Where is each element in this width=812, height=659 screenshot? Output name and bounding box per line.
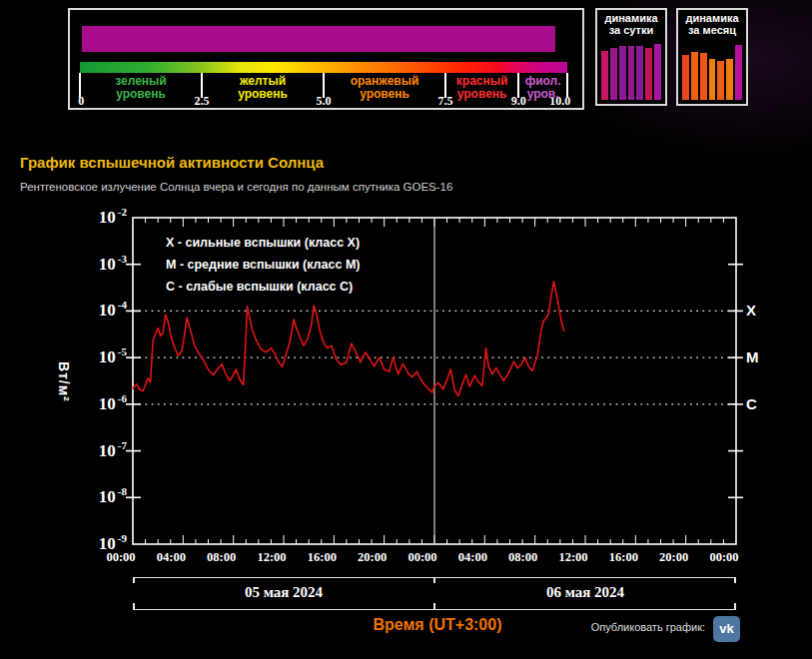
flare-class-label: X xyxy=(746,302,756,319)
legend-class-m: M - средние вспышки (класс M) xyxy=(166,258,360,272)
y-axis-tick-label: 10 -4 xyxy=(67,299,127,321)
y-axis-tick-label: 10 -5 xyxy=(67,345,127,367)
x-axis-tick-label: 04:00 xyxy=(144,550,198,565)
x-axis-tick-label: 04:00 xyxy=(445,550,499,565)
x-axis-tick-label: 20:00 xyxy=(346,550,400,565)
y-axis-tick-label: 10 -6 xyxy=(67,392,127,414)
y-axis-tick-label: 10 -3 xyxy=(67,253,127,275)
vk-share-button[interactable]: vk xyxy=(713,616,740,642)
publish-chart-label: Опубликовать график: xyxy=(559,621,705,633)
flare-class-label: C xyxy=(746,395,757,412)
date-label-day1: 05 мая 2024 xyxy=(133,584,434,601)
legend-class-x: X - сильные вспышки (класс X) xyxy=(166,236,360,250)
date-label-day2: 06 мая 2024 xyxy=(434,584,736,601)
y-axis-tick-label: 10 -8 xyxy=(67,485,127,507)
legend-class-c: C - слабые вспышки (класс C) xyxy=(166,280,353,294)
x-axis-tick-label: 08:00 xyxy=(496,550,550,565)
x-axis-tick-label: 16:00 xyxy=(596,550,650,565)
x-axis-tick-label: 12:00 xyxy=(245,550,299,565)
x-axis-tick-label: 00:00 xyxy=(94,550,148,565)
x-axis-tick-label: 08:00 xyxy=(195,550,249,565)
date-bracket-bottom-line xyxy=(133,609,736,610)
flare-class-label: M xyxy=(746,348,759,365)
y-axis-tick-label: 10 -2 xyxy=(67,206,127,228)
x-axis-tick-label: 12:00 xyxy=(546,550,600,565)
page: 02.55.07.59.010.0зеленыйуровеньжелтыйуро… xyxy=(0,0,812,659)
x-axis-tick-label: 20:00 xyxy=(647,550,701,565)
x-axis-title: Время (UT+3:00) xyxy=(288,616,587,634)
x-axis-tick-label: 00:00 xyxy=(396,550,449,565)
x-axis-tick-label: 16:00 xyxy=(295,550,349,565)
x-axis-tick-label: 00:00 xyxy=(697,550,751,565)
y-axis-tick-label: 10 -7 xyxy=(67,439,127,461)
